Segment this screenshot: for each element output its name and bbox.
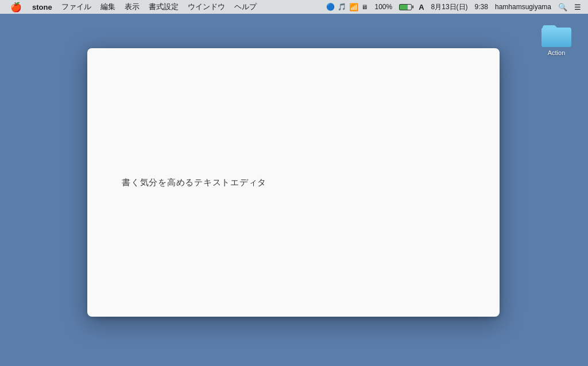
wifi-icon: 📶 [349, 3, 358, 11]
menu-window[interactable]: ウインドウ [183, 0, 230, 14]
battery-icon [399, 4, 412, 10]
menubar: 🍎 stone ファイル 編集 表示 書式設定 ウインドウ ヘルプ 🔵 🎵 📶 … [0, 0, 588, 14]
desktop: 書く気分を高めるテキストエディタ Action [0, 14, 588, 366]
control-center-icon[interactable]: ☰ [572, 0, 583, 14]
battery-icon-container [397, 0, 414, 14]
svg-rect-1 [541, 28, 571, 47]
menubar-right: 🔵 🎵 📶 🖥 100% A 8月13日(日) 9:38 hamhamsugiy… [324, 0, 583, 14]
date-display: 8月13日(日) [429, 0, 470, 14]
app-name-menu[interactable]: stone [28, 0, 57, 14]
username-display: hamhamsugiyama [493, 0, 554, 14]
battery-percent: 100% [372, 0, 394, 14]
status-icons: 🔵 🎵 📶 🖥 [324, 0, 370, 14]
keyboard-lang[interactable]: A [416, 0, 426, 14]
desktop-folder[interactable]: Action [536, 22, 577, 56]
time-display: 9:38 [473, 0, 490, 14]
folder-icon [541, 22, 571, 47]
menu-view[interactable]: 表示 [120, 0, 144, 14]
search-icon[interactable]: 🔍 [556, 0, 570, 14]
apple-menu[interactable]: 🍎 [5, 0, 28, 14]
menubar-left: 🍎 stone ファイル 編集 表示 書式設定 ウインドウ ヘルプ [5, 0, 324, 14]
menu-help[interactable]: ヘルプ [230, 0, 261, 14]
menu-format[interactable]: 書式設定 [144, 0, 183, 14]
menu-edit[interactable]: 編集 [96, 0, 120, 14]
screen-icon: 🖥 [361, 3, 368, 10]
folder-label: Action [548, 49, 566, 56]
document-window[interactable]: 書く気分を高めるテキストエディタ [87, 48, 500, 317]
document-placeholder: 書く気分を高めるテキストエディタ [122, 176, 266, 189]
menu-file[interactable]: ファイル [57, 0, 96, 14]
music-icon: 🎵 [338, 3, 346, 11]
camera-icon: 🔵 [326, 3, 335, 11]
